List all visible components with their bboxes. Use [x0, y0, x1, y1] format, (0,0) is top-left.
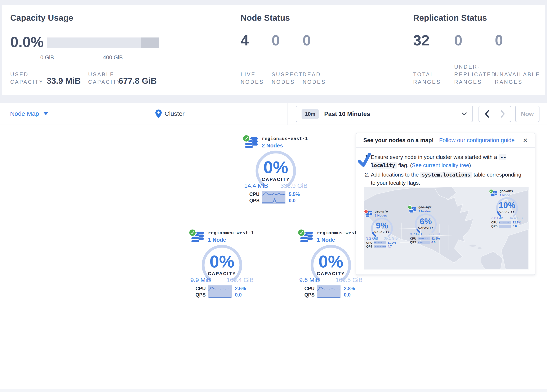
gauge-capacity-label: CAPACITY: [199, 271, 245, 276]
time-next-button[interactable]: [495, 106, 511, 122]
gauge-capacity-label: CAPACITY: [253, 177, 298, 182]
cpu-label: CPU: [193, 286, 206, 291]
time-range-select[interactable]: 10m Past 10 Minutes: [296, 106, 473, 122]
map-toolbar: Node Map Cluster 10m Past 10 Minutes Now: [0, 103, 547, 125]
qps-label: QPS: [410, 241, 417, 244]
config-step-1: Ensure every node in your cluster was st…: [371, 153, 527, 169]
capacity-bar-used-segment: [141, 37, 159, 48]
capacity-total-value: 35.1 GiB: [384, 236, 398, 241]
capacity-axis-0: 0 GiB: [40, 54, 54, 61]
qps-sparkline: [262, 198, 285, 204]
capacity-total-value: 169.5 GiB: [335, 277, 362, 283]
page-footer-strip: [0, 389, 547, 392]
gauge-capacity-label: CAPACITY: [370, 231, 394, 234]
qps-label: QPS: [301, 292, 315, 298]
cpu-value: 12.3%: [513, 221, 521, 224]
step-complete-check-icon: [357, 152, 373, 169]
breadcrumb[interactable]: Cluster: [155, 103, 185, 124]
cpu-sparkline: [417, 237, 430, 240]
under-replicated-count: 0: [454, 32, 462, 49]
region-node-count-link[interactable]: 1 Node: [208, 236, 254, 243]
status-ok-badge: [489, 189, 493, 193]
geo-name: geo=sfo: [375, 210, 388, 213]
time-range-label: Past 10 Minutes: [324, 110, 456, 117]
gauge-capacity-label: CAPACITY: [308, 271, 354, 276]
breadcrumb-cluster-label: Cluster: [164, 110, 185, 117]
gauge-capacity-label: CAPACITY: [495, 210, 519, 213]
capacity-used-value: 14.4 MiB: [244, 182, 268, 189]
total-ranges-label: TOTALRANGES: [413, 71, 441, 86]
qps-value: 0.0: [344, 292, 351, 298]
unavailable-count: 0: [495, 32, 503, 49]
capacity-used-value: 3.7 GiB: [410, 232, 422, 236]
dead-nodes-count: 0: [303, 32, 311, 49]
total-ranges-count: 32: [413, 32, 430, 49]
view-selector-label: Node Map: [10, 110, 39, 117]
gauge-percent: 0%: [253, 158, 298, 177]
qps-label: QPS: [193, 292, 206, 298]
qps-value: 4.7: [388, 245, 392, 248]
node-status-title: Node Status: [241, 13, 290, 23]
cpu-value: 11.0%: [388, 241, 396, 244]
chevron-left-icon: [484, 110, 489, 118]
geo-node-count: 1 Node: [500, 193, 513, 197]
gauge-percent: 10%: [495, 201, 519, 210]
system-locations-code: system.locations: [420, 172, 472, 178]
suspect-nodes-count: 0: [272, 32, 280, 49]
time-prev-button[interactable]: [479, 106, 495, 122]
capacity-axis-400: 400 GiB: [103, 54, 123, 61]
live-nodes-count: 4: [241, 32, 249, 49]
locality-tree-link[interactable]: See current locality tree: [412, 162, 469, 168]
suspect-nodes-label: SUSPECTNODES: [272, 71, 303, 86]
popup-header: See your nodes on a map! Follow our conf…: [356, 133, 535, 148]
used-capacity-label: USEDCAPACITY: [10, 71, 44, 86]
used-capacity-value: 33.9 MiB: [47, 76, 81, 86]
qps-value: 0.0: [289, 198, 295, 204]
geo-name: geo=nyc: [418, 206, 432, 209]
capacity-total-value: 34.4 GiB: [509, 216, 523, 220]
gauge-percent: 6%: [414, 217, 438, 226]
qps-label: QPS: [491, 225, 498, 228]
qps-label: QPS: [246, 198, 260, 204]
gauge-percent: 0%: [199, 252, 245, 271]
gauge-percent: 9%: [370, 221, 394, 230]
cpu-value: 5.5%: [289, 192, 300, 197]
cpu-sparkline: [262, 191, 285, 198]
capacity-used-value: 9.6 MiB: [299, 277, 320, 283]
view-selector-dropdown[interactable]: Node Map: [10, 103, 48, 124]
under-replicated-label: UNDER-REPLICATEDRANGES: [454, 63, 496, 86]
capacity-bar: 0 GiB 400 GiB: [47, 37, 159, 48]
capacity-used-value: 9.9 MiB: [190, 277, 211, 283]
cluster-summary-panel: Capacity Usage 0.0% 0 GiB 400 GiB USEDCA…: [2, 5, 545, 95]
qps-value: 0.0: [431, 241, 435, 244]
qps-value: 0.0: [513, 225, 517, 228]
unavailable-label: UNAVAILABLERANGES: [495, 71, 540, 86]
chevron-down-icon: [44, 112, 48, 115]
popup-title: See your nodes on a map!: [363, 137, 434, 144]
gauge-percent: 0%: [308, 252, 354, 271]
geo-name: geo=ams: [500, 189, 513, 193]
cpu-sparkline: [499, 221, 511, 224]
cpu-label: CPU: [491, 221, 498, 224]
cpu-label: CPU: [246, 192, 260, 197]
cpu-label: CPU: [410, 237, 417, 240]
region-node-count-link[interactable]: 2 Nodes: [262, 142, 308, 149]
chevron-right-icon: [500, 110, 505, 118]
status-ok-badge: [189, 229, 196, 236]
map-pin-icon: [155, 110, 162, 118]
usable-capacity-value: 677.8 GiB: [118, 76, 157, 86]
status-ok-badge: [408, 205, 412, 209]
now-button[interactable]: Now: [515, 106, 540, 122]
qps-label: QPS: [366, 245, 373, 248]
gauge-capacity-label: CAPACITY: [414, 226, 438, 229]
qps-sparkline: [417, 241, 430, 244]
cpu-value: 2.6%: [235, 286, 246, 291]
qps-sparkline: [317, 292, 341, 298]
configuration-guide-link[interactable]: Follow our configuration guide: [439, 137, 514, 144]
usable-capacity-label: USABLECAPACITY: [88, 71, 122, 86]
cpu-value: 42.5%: [431, 237, 440, 240]
chevron-down-icon: [462, 112, 467, 116]
close-icon[interactable]: ✕: [523, 137, 528, 144]
geo-node-count: 2 Nodes: [375, 213, 388, 217]
cpu-sparkline: [374, 241, 386, 244]
